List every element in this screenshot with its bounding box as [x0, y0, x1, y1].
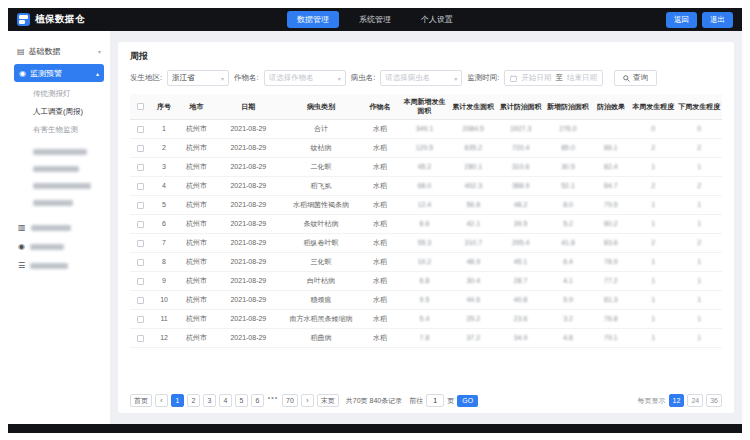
- cell: 杭州市: [177, 119, 215, 138]
- sidebar-item-pest-monitor[interactable]: 有害生物监测: [8, 121, 110, 139]
- chevron-down-icon: ▾: [98, 48, 101, 55]
- page-button[interactable]: 1: [171, 394, 184, 407]
- cell: 水稻: [361, 309, 399, 328]
- value-cell: 1: [676, 214, 722, 233]
- next-page-button[interactable]: ›: [301, 394, 314, 407]
- redacted-item[interactable]: [33, 200, 73, 206]
- value-cell: 12.4: [399, 195, 449, 214]
- redacted-item[interactable]: [33, 149, 87, 155]
- row-checkbox[interactable]: [137, 221, 144, 228]
- row-checkbox[interactable]: [137, 297, 144, 304]
- page-button[interactable]: 6: [251, 394, 264, 407]
- region-select[interactable]: 浙江省 ▾: [167, 70, 229, 86]
- row-checkbox[interactable]: [137, 145, 144, 152]
- value-cell: 79.5: [592, 195, 630, 214]
- row-checkbox[interactable]: [137, 183, 144, 190]
- page-button[interactable]: 5: [235, 394, 248, 407]
- per-page-option[interactable]: 36: [706, 394, 722, 407]
- value-cell: 1: [676, 252, 722, 271]
- pest-select[interactable]: 请选择病虫名 ▾: [380, 70, 462, 86]
- cell: 水稻: [361, 328, 399, 347]
- page-button[interactable]: 4: [219, 394, 232, 407]
- per-page-option[interactable]: 24: [687, 394, 703, 407]
- select-all-checkbox[interactable]: [137, 103, 144, 110]
- sidebar-item-manual-weekly[interactable]: 人工调查(周报): [8, 103, 110, 121]
- cell: 2021-08-29: [216, 119, 281, 138]
- column-header: 日期: [216, 94, 281, 119]
- cell: 11: [151, 309, 178, 328]
- crop-select[interactable]: 请选择作物名 ▾: [264, 70, 346, 86]
- cell: 杭州市: [177, 328, 215, 347]
- column-header: 累计发生面积: [450, 94, 497, 119]
- checkbox-cell: [130, 195, 151, 214]
- last-page-button[interactable]: 末页: [317, 394, 339, 407]
- redacted-item[interactable]: [33, 183, 91, 189]
- cell: 2021-08-29: [216, 328, 281, 347]
- sidebar-item-monitor-warning[interactable]: ◉ 监测预警 ▴: [14, 64, 104, 82]
- sidebar-item-basic-data[interactable]: ▤ 基础数据 ▾: [8, 41, 110, 61]
- value-cell: 2: [676, 233, 722, 252]
- sidebar-item-redacted-3[interactable]: ☰: [18, 262, 110, 270]
- goto-page-input[interactable]: [426, 394, 444, 407]
- content-card: 周报 发生地区: 浙江省 ▾ 作物名: 请选择作物名 ▾ 病虫名: 请选择病虫名…: [118, 42, 734, 413]
- cell: 水稻: [361, 271, 399, 290]
- cell: 杭州市: [177, 195, 215, 214]
- first-page-button[interactable]: 首页: [130, 394, 152, 407]
- value-cell: 2: [630, 233, 676, 252]
- value-cell: [592, 119, 630, 138]
- search-button[interactable]: 查询: [614, 70, 657, 86]
- row-checkbox[interactable]: [137, 259, 144, 266]
- page-button[interactable]: 70: [282, 394, 298, 407]
- sidebar-item-lamp-report[interactable]: 传统测报灯: [8, 85, 110, 103]
- value-cell: 82.4: [592, 157, 630, 176]
- row-checkbox[interactable]: [137, 240, 144, 247]
- value-cell: 86.1: [592, 138, 630, 157]
- redacted-item[interactable]: [33, 166, 79, 172]
- app-window: 植保数据仓 数据管理 系统管理 个人设置 返回 退出 ▤ 基础数据 ▾ ◉ 监测…: [8, 8, 742, 433]
- value-cell: 68.0: [399, 176, 449, 195]
- cell: 纹枯病: [281, 138, 361, 157]
- back-button[interactable]: 返回: [666, 12, 697, 28]
- cell: 水稻: [361, 157, 399, 176]
- value-cell: 3.2: [544, 309, 591, 328]
- prev-page-button[interactable]: ‹: [155, 394, 168, 407]
- sidebar-item-redacted-2[interactable]: ◉: [18, 243, 110, 251]
- checkbox-cell: [130, 214, 151, 233]
- table-header-row: 序号地市日期病虫类别作物名本周新增发生面积累计发生面积累计防治面积新增防治面积防…: [130, 94, 722, 119]
- cell: 2021-08-29: [216, 157, 281, 176]
- target-icon: ◉: [18, 243, 25, 251]
- page-button[interactable]: 3: [203, 394, 216, 407]
- row-checkbox[interactable]: [137, 164, 144, 171]
- row-checkbox[interactable]: [137, 316, 144, 323]
- table-body: 1杭州市2021-08-29合计水稻349.12084.51927.3276.0…: [130, 119, 722, 347]
- chevron-down-icon: ▾: [338, 75, 341, 82]
- sidebar-item-redacted-1[interactable]: ▥: [18, 224, 110, 232]
- cell: 2021-08-29: [216, 176, 281, 195]
- cell: 白叶枯病: [281, 271, 361, 290]
- value-cell: 8.6: [399, 214, 449, 233]
- row-checkbox[interactable]: [137, 202, 144, 209]
- value-cell: 2: [676, 138, 722, 157]
- value-cell: 310.6: [497, 157, 544, 176]
- list-icon: ☰: [18, 262, 25, 270]
- page-button[interactable]: 2: [187, 394, 200, 407]
- cell: 稻曲病: [281, 328, 361, 347]
- value-cell: 120.5: [399, 138, 449, 157]
- nav-system-management[interactable]: 系统管理: [349, 11, 401, 28]
- value-cell: 44.6: [450, 290, 497, 309]
- row-checkbox[interactable]: [137, 126, 144, 133]
- row-checkbox[interactable]: [137, 278, 144, 285]
- nav-personal-settings[interactable]: 个人设置: [411, 11, 463, 28]
- exit-button[interactable]: 退出: [702, 12, 733, 28]
- value-cell: 720.4: [497, 138, 544, 157]
- cell: 9: [151, 271, 178, 290]
- table-row: 2杭州市2021-08-29纹枯病水稻120.5635.2720.485.086…: [130, 138, 722, 157]
- date-range-input[interactable]: 开始日期 至 结束日期: [504, 70, 603, 86]
- nav-data-management[interactable]: 数据管理: [287, 11, 339, 28]
- table-row: 10杭州市2021-08-29穗颈瘟水稻9.544.640.85.981.311: [130, 290, 722, 309]
- table-row: 4杭州市2021-08-29稻飞虱水稻68.0402.3388.952.184.…: [130, 176, 722, 195]
- go-button[interactable]: GO: [457, 395, 478, 407]
- checkbox-cell: [130, 290, 151, 309]
- row-checkbox[interactable]: [137, 335, 144, 342]
- per-page-option[interactable]: 12: [669, 394, 685, 407]
